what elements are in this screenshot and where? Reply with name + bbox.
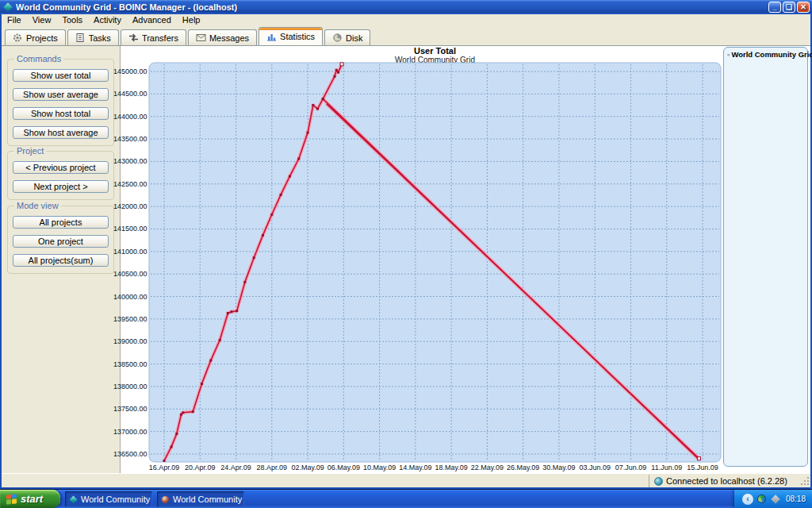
data-point-marker <box>253 256 255 259</box>
y-tick-label: 138500.00 <box>113 360 147 368</box>
data-point-marker <box>307 132 309 134</box>
group-label: Project <box>14 146 46 156</box>
y-tick-label: 141500.00 <box>113 225 147 233</box>
tab-disk[interactable]: Disk <box>324 29 370 45</box>
data-point-marker <box>175 433 178 435</box>
taskbar-task-wcg-2[interactable]: World Community Gri... <box>157 491 244 507</box>
tab-label: Disk <box>346 33 362 43</box>
main-content: CommandsShow user totalShow user average… <box>2 45 810 473</box>
taskbar: start World Community Gri... World Commu… <box>0 490 812 508</box>
next-project-button[interactable]: Next project > <box>13 180 109 193</box>
wcg-diamond-icon <box>69 495 78 504</box>
tray-collapse-chevron-icon[interactable]: ‹ <box>742 494 753 505</box>
y-tick-label: 140000.00 <box>113 293 147 301</box>
tab-tasks[interactable]: Tasks <box>67 29 119 45</box>
tab-label: Statistics <box>280 32 315 41</box>
app-wcg-icon <box>4 3 13 12</box>
stats-chart-svg <box>121 46 727 470</box>
minimize-button[interactable]: _ <box>768 2 781 13</box>
wcg-tray-icon[interactable] <box>770 494 780 504</box>
data-point-marker <box>297 158 300 160</box>
y-tick-label: 138000.00 <box>113 383 147 391</box>
data-point-marker <box>192 410 194 413</box>
tab-transfers[interactable]: Transfers <box>121 29 186 45</box>
menu-bar: FileViewToolsActivityAdvancedHelp <box>2 14 810 26</box>
data-point-marker <box>170 445 173 448</box>
transfer-arrows-icon <box>128 33 139 42</box>
title-bar[interactable]: World Community Grid - BOINC Manager - (… <box>0 0 812 14</box>
tab-statistics[interactable]: Statistics <box>259 27 323 45</box>
taskbar-task-wcg-1[interactable]: World Community Gri... <box>65 491 152 507</box>
show-user-average-button[interactable]: Show user average <box>13 88 109 101</box>
data-point-marker <box>270 214 273 216</box>
menu-item-activity[interactable]: Activity <box>88 14 127 26</box>
show-user-total-button[interactable]: Show user total <box>13 69 109 82</box>
status-bar: Connected to localhost (6.2.28) <box>2 473 810 487</box>
tab-messages[interactable]: Messages <box>188 29 257 45</box>
data-point-marker <box>337 71 339 74</box>
window-title: World Community Grid - BOINC Manager - (… <box>16 2 768 12</box>
y-tick-label: 143000.00 <box>113 157 147 165</box>
data-point-marker <box>280 194 282 196</box>
network-globe-icon <box>654 477 663 486</box>
y-tick-label: 144500.00 <box>113 90 147 98</box>
sidebar: CommandsShow user totalShow user average… <box>2 46 121 473</box>
disk-pie-icon <box>332 33 343 42</box>
close-button[interactable]: ✕ <box>797 2 810 13</box>
show-host-total-button[interactable]: Show host total <box>13 107 109 120</box>
y-tick-label: 140500.00 <box>113 270 147 278</box>
menu-item-help[interactable]: Help <box>177 14 206 26</box>
plot-area <box>149 63 721 462</box>
data-point-marker <box>312 104 314 106</box>
menu-item-view[interactable]: View <box>27 14 57 26</box>
data-point-marker <box>227 312 229 314</box>
y-tick-label: 144000.00 <box>113 113 147 121</box>
all-projects-button[interactable]: All projects <box>13 216 109 229</box>
data-point-marker <box>334 75 336 78</box>
restore-button[interactable]: ❏ <box>783 2 795 13</box>
one-project-button[interactable]: One project <box>13 235 109 248</box>
tab-label: Transfers <box>142 33 178 43</box>
all-projects-sum-button[interactable]: All projects(sum) <box>13 254 109 267</box>
menu-item-tools[interactable]: Tools <box>56 14 88 26</box>
data-point-marker <box>230 310 232 313</box>
resize-grip[interactable] <box>799 475 810 487</box>
menu-item-advanced[interactable]: Advanced <box>127 14 177 26</box>
data-point-marker <box>201 383 203 385</box>
y-tick-label: 142500.00 <box>113 180 147 188</box>
data-point-marker <box>322 98 324 100</box>
start-button[interactable]: start <box>0 490 60 508</box>
tab-strip: ProjectsTasksTransfersMessagesStatistics… <box>2 26 810 45</box>
task-list-icon <box>75 33 86 42</box>
system-tray: ‹ 08:18 <box>734 490 812 508</box>
y-tick-label: 141000.00 <box>113 248 147 256</box>
status-bar-left <box>2 474 649 487</box>
data-point-marker <box>262 234 264 237</box>
task-label: World Community Gri... <box>173 495 244 504</box>
y-tick-label: 143500.00 <box>113 135 147 143</box>
chart-legend: ◦World Community Grid <box>723 47 808 467</box>
y-tick-label: 139500.00 <box>113 315 147 323</box>
data-point-marker <box>163 460 166 462</box>
boinc-app-icon <box>161 495 170 504</box>
task-label: World Community Gri... <box>81 495 152 504</box>
tab-projects[interactable]: Projects <box>5 29 66 45</box>
show-host-average-button[interactable]: Show host average <box>13 126 109 139</box>
data-point-marker <box>236 310 238 312</box>
data-point-marker <box>289 175 291 178</box>
menu-item-file[interactable]: File <box>2 14 27 26</box>
data-point-marker <box>182 411 184 414</box>
y-tick-label: 139000.00 <box>113 337 147 345</box>
group-label: Commands <box>14 54 63 64</box>
previous-project-button[interactable]: < Previous project <box>13 161 109 174</box>
bar-chart-icon <box>266 33 277 41</box>
boinc-tray-icon[interactable] <box>756 494 767 504</box>
data-point-marker <box>243 281 246 283</box>
tray-clock: 08:18 <box>786 495 806 503</box>
connection-status: Connected to localhost (6.2.28) <box>649 475 796 487</box>
y-tick-label: 137500.00 <box>113 405 147 413</box>
group-label: Mode view <box>14 201 61 210</box>
tab-label: Tasks <box>89 33 111 43</box>
envelope-icon <box>196 33 206 42</box>
connection-status-text: Connected to localhost (6.2.28) <box>666 476 787 486</box>
